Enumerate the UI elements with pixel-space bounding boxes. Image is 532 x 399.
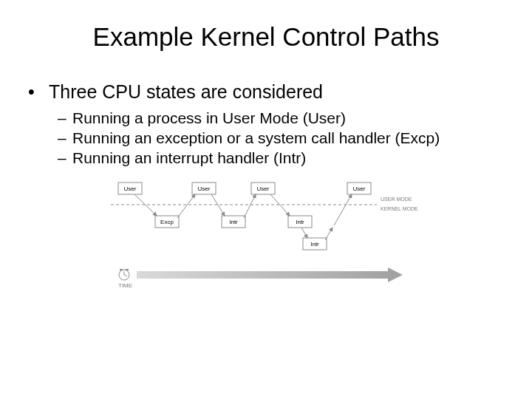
user-box-4: User [347, 183, 371, 194]
svg-rect-12 [126, 269, 129, 270]
arrow-intr2-user4 [334, 194, 352, 225]
time-arrow [137, 267, 403, 282]
svg-rect-13 [137, 271, 388, 279]
user-box-2: User [192, 183, 216, 194]
excp-box-label: Excp [160, 219, 174, 225]
dash-marker: – [58, 109, 72, 127]
slide-title: Example Kernel Control Paths [0, 0, 532, 59]
intr-nested-box-label: Intr [310, 241, 319, 248]
dash-marker: – [58, 149, 72, 167]
clock-icon [119, 269, 129, 280]
bullet-level2: – Running an exception or a system call … [58, 129, 504, 147]
svg-marker-14 [388, 267, 403, 282]
svg-rect-11 [120, 269, 123, 270]
bullet-text: Running an interrupt handler (Intr) [72, 149, 306, 167]
intr-box-2: Intr [288, 216, 312, 228]
intr-box-1-label: Intr [229, 219, 238, 225]
user-box-1-label: User [124, 185, 137, 192]
arrow-excp-user2 [177, 194, 195, 218]
dash-marker: – [58, 129, 72, 147]
intr-box-1: Intr [222, 216, 245, 228]
bullet-text: Three CPU states are considered [49, 81, 323, 103]
user-box-1: User [118, 183, 142, 194]
arrow-user2-intr1 [211, 194, 225, 216]
arrow-nested-up [325, 228, 332, 240]
slide-body: • Three CPU states are considered – Runn… [0, 59, 532, 301]
user-mode-label: USER MODE [381, 197, 412, 202]
user-box-3-label: User [257, 185, 270, 192]
bullet-text: Running a process in User Mode (User) [72, 109, 346, 127]
intr-nested-box: Intr [303, 238, 327, 250]
slide: Example Kernel Control Paths • Three CPU… [0, 0, 532, 399]
user-box-4-label: User [353, 185, 366, 192]
time-label: TIME [118, 282, 132, 289]
user-box-2-label: User [198, 185, 211, 192]
arrow-intr2-nested [301, 228, 307, 238]
kernel-mode-label: KERNEL MODE [381, 206, 418, 211]
bullet-text: Running an exception or a system call ha… [72, 129, 440, 147]
user-box-3: User [251, 183, 275, 194]
arrow-intr1-user3 [244, 194, 256, 218]
bullet-level2: – Running a process in User Mode (User) [58, 109, 504, 127]
excp-box: Excp [155, 216, 179, 228]
bullet-marker: • [28, 81, 49, 103]
bullet-level2: – Running an interrupt handler (Intr) [58, 149, 504, 167]
kernel-path-diagram: USER MODE KERNEL MODE User User User Use… [103, 175, 429, 301]
intr-box-2-label: Intr [296, 219, 304, 225]
bullet-level1: • Three CPU states are considered [28, 81, 504, 103]
